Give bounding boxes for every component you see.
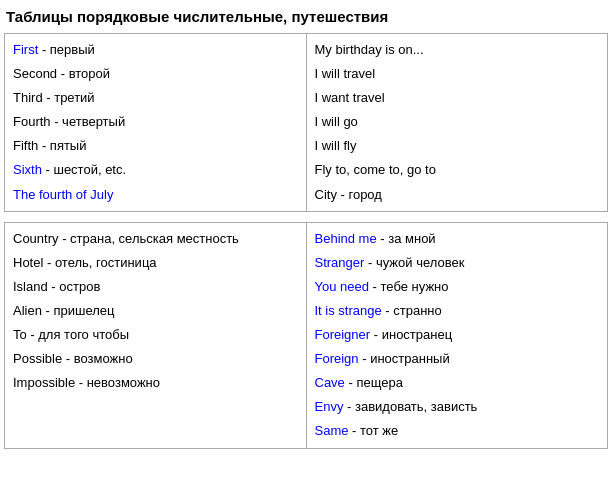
ordinal-sixth: Sixth: [13, 162, 42, 177]
list-item: Same - тот же: [315, 419, 600, 443]
list-item: Foreigner - иностранец: [315, 323, 600, 347]
foreign: Foreign: [315, 351, 359, 366]
list-item: I will travel: [315, 62, 600, 86]
table2-left-col: Country - страна, сельская местность Hot…: [5, 222, 307, 448]
table1-left-col: First - первый Second - второй Third - т…: [5, 34, 307, 212]
cave: Cave: [315, 375, 345, 390]
list-item: First - первый: [13, 38, 298, 62]
envy: Envy: [315, 399, 344, 414]
list-item: To - для того чтобы: [13, 323, 298, 347]
ordinal-first: First: [13, 42, 38, 57]
list-item: Island - остров: [13, 275, 298, 299]
list-item: I will go: [315, 110, 600, 134]
list-item: Second - второй: [13, 62, 298, 86]
list-item: Third - третий: [13, 86, 298, 110]
list-item: The fourth of July: [13, 183, 298, 207]
it-is-strange: It is strange: [315, 303, 382, 318]
table2-right-col: Behind me - за мной Stranger - чужой чел…: [306, 222, 608, 448]
list-item: I want travel: [315, 86, 600, 110]
table-ordinals: First - первый Second - второй Third - т…: [4, 33, 608, 212]
list-item: Fourth - четвертый: [13, 110, 298, 134]
table1-right-col: My birthday is on... I will travel I wan…: [306, 34, 608, 212]
table-travel: Country - страна, сельская местность Hot…: [4, 222, 608, 449]
list-item: Fly to, come to, go to: [315, 158, 600, 182]
list-item: Possible - возможно: [13, 347, 298, 371]
you-need: You need: [315, 279, 369, 294]
list-item: It is strange - странно: [315, 299, 600, 323]
list-item: Behind me - за мной: [315, 227, 600, 251]
page-title: Таблицы порядковые числительные, путешес…: [0, 0, 612, 33]
list-item: Cave - пещера: [315, 371, 600, 395]
foreigner: Foreigner: [315, 327, 371, 342]
list-item: Envy - завидовать, зависть: [315, 395, 600, 419]
list-item: Country - страна, сельская местность: [13, 227, 298, 251]
list-item: Fifth - пятый: [13, 134, 298, 158]
list-item: Foreign - иностранный: [315, 347, 600, 371]
fourth-of-july: The fourth of July: [13, 187, 113, 202]
list-item: City - город: [315, 183, 600, 207]
list-item: I will fly: [315, 134, 600, 158]
list-item: Sixth - шестой, etc.: [13, 158, 298, 182]
list-item: Hotel - отель, гостиница: [13, 251, 298, 275]
list-item: You need - тебе нужно: [315, 275, 600, 299]
list-item: Alien - пришелец: [13, 299, 298, 323]
behind-me: Behind me: [315, 231, 377, 246]
same: Same: [315, 423, 349, 438]
list-item: My birthday is on...: [315, 38, 600, 62]
list-item: Stranger - чужой человек: [315, 251, 600, 275]
stranger: Stranger: [315, 255, 365, 270]
list-item: Impossible - невозможно: [13, 371, 298, 395]
